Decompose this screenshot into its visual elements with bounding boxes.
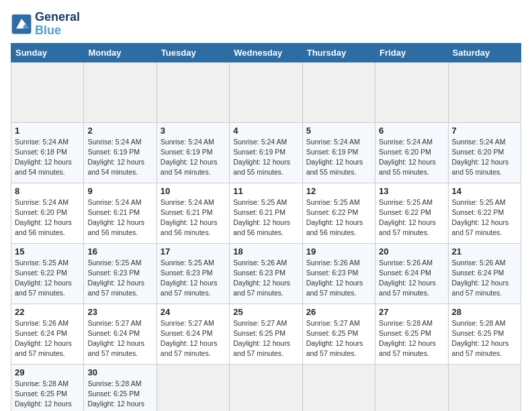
calendar-week-5: 29 Sunrise: 5:28 AM Sunset: 6:25 PM Dayl… <box>11 364 521 411</box>
calendar-cell: 30 Sunrise: 5:28 AM Sunset: 6:25 PM Dayl… <box>84 364 157 411</box>
sunset-label: Sunset: 6:25 PM <box>306 329 359 337</box>
day-info: Sunrise: 5:24 AM Sunset: 6:19 PM Dayligh… <box>306 137 371 178</box>
sunrise-label: Sunrise: 5:24 AM <box>87 198 141 206</box>
calendar-cell: 18 Sunrise: 5:26 AM Sunset: 6:23 PM Dayl… <box>230 243 302 304</box>
sunset-label: Sunset: 6:23 PM <box>87 269 140 277</box>
sunset-label: Sunset: 6:25 PM <box>233 329 285 337</box>
day-number: 8 <box>15 186 80 196</box>
day-number: 20 <box>379 246 444 257</box>
day-info: Sunrise: 5:25 AM Sunset: 6:23 PM Dayligh… <box>87 258 152 299</box>
calendar-cell: 29 Sunrise: 5:28 AM Sunset: 6:25 PM Dayl… <box>11 364 84 411</box>
day-number: 4 <box>233 126 298 136</box>
day-info: Sunrise: 5:25 AM Sunset: 6:22 PM Dayligh… <box>452 197 517 238</box>
day-number: 3 <box>161 126 226 136</box>
sunset-label: Sunset: 6:22 PM <box>15 269 67 277</box>
sunset-label: Sunset: 6:25 PM <box>15 390 67 398</box>
day-info: Sunrise: 5:26 AM Sunset: 6:23 PM Dayligh… <box>233 258 298 299</box>
sunset-label: Sunset: 6:24 PM <box>161 329 213 337</box>
daylight-label: Daylight: 12 hours and 55 minutes. <box>306 158 363 176</box>
sunset-label: Sunset: 6:21 PM <box>161 208 213 216</box>
calendar-cell: 22 Sunrise: 5:26 AM Sunset: 6:24 PM Dayl… <box>11 304 84 364</box>
day-number: 30 <box>87 367 152 377</box>
calendar-cell: 5 Sunrise: 5:24 AM Sunset: 6:19 PM Dayli… <box>302 122 375 183</box>
calendar-cell: 27 Sunrise: 5:28 AM Sunset: 6:25 PM Dayl… <box>375 304 448 364</box>
weekday-header-saturday: Saturday <box>448 43 521 62</box>
sunset-label: Sunset: 6:22 PM <box>306 208 359 216</box>
calendar-cell <box>302 62 375 122</box>
page-header: General Blue <box>11 11 521 38</box>
day-info: Sunrise: 5:24 AM Sunset: 6:19 PM Dayligh… <box>87 137 152 178</box>
sunset-label: Sunset: 6:25 PM <box>452 329 504 337</box>
weekday-header-wednesday: Wednesday <box>230 43 302 62</box>
day-info: Sunrise: 5:25 AM Sunset: 6:22 PM Dayligh… <box>379 197 444 238</box>
daylight-label: Daylight: 12 hours and 57 minutes. <box>161 339 218 357</box>
calendar-week-0 <box>11 62 521 122</box>
calendar-cell: 10 Sunrise: 5:24 AM Sunset: 6:21 PM Dayl… <box>157 183 229 243</box>
day-number: 9 <box>87 186 152 196</box>
daylight-label: Daylight: 12 hours and 56 minutes. <box>161 218 218 236</box>
calendar-cell: 25 Sunrise: 5:27 AM Sunset: 6:25 PM Dayl… <box>230 304 302 364</box>
day-info: Sunrise: 5:28 AM Sunset: 6:25 PM Dayligh… <box>87 379 152 411</box>
day-number: 19 <box>306 246 371 257</box>
day-info: Sunrise: 5:25 AM Sunset: 6:22 PM Dayligh… <box>15 258 80 299</box>
weekday-header-friday: Friday <box>375 43 448 62</box>
calendar-cell: 1 Sunrise: 5:24 AM Sunset: 6:18 PM Dayli… <box>11 122 84 183</box>
sunrise-label: Sunrise: 5:24 AM <box>233 138 287 146</box>
daylight-label: Daylight: 12 hours and 56 minutes. <box>306 218 363 236</box>
sunset-label: Sunset: 6:19 PM <box>161 148 213 156</box>
daylight-label: Daylight: 12 hours and 57 minutes. <box>87 339 144 357</box>
calendar-cell <box>230 364 302 411</box>
weekday-header-monday: Monday <box>84 43 157 62</box>
day-info: Sunrise: 5:24 AM Sunset: 6:18 PM Dayligh… <box>15 137 80 178</box>
sunrise-label: Sunrise: 5:25 AM <box>15 259 69 267</box>
sunset-label: Sunset: 6:19 PM <box>87 148 140 156</box>
sunrise-label: Sunrise: 5:28 AM <box>15 379 69 387</box>
calendar-cell: 13 Sunrise: 5:25 AM Sunset: 6:22 PM Dayl… <box>375 183 448 243</box>
sunrise-label: Sunrise: 5:27 AM <box>87 319 141 327</box>
sunrise-label: Sunrise: 5:24 AM <box>161 138 214 146</box>
calendar-cell <box>375 62 448 122</box>
sunset-label: Sunset: 6:18 PM <box>15 148 67 156</box>
day-info: Sunrise: 5:24 AM Sunset: 6:19 PM Dayligh… <box>233 137 298 178</box>
sunset-label: Sunset: 6:23 PM <box>233 269 285 277</box>
calendar-cell: 23 Sunrise: 5:27 AM Sunset: 6:24 PM Dayl… <box>84 304 157 364</box>
sunset-label: Sunset: 6:22 PM <box>379 208 431 216</box>
day-info: Sunrise: 5:28 AM Sunset: 6:25 PM Dayligh… <box>15 379 80 411</box>
daylight-label: Daylight: 12 hours and 54 minutes. <box>15 158 72 176</box>
calendar-cell: 9 Sunrise: 5:24 AM Sunset: 6:21 PM Dayli… <box>84 183 157 243</box>
daylight-label: Daylight: 12 hours and 55 minutes. <box>233 158 290 176</box>
calendar-week-3: 15 Sunrise: 5:25 AM Sunset: 6:22 PM Dayl… <box>11 243 521 304</box>
calendar-cell: 7 Sunrise: 5:24 AM Sunset: 6:20 PM Dayli… <box>448 122 521 183</box>
sunrise-label: Sunrise: 5:24 AM <box>161 198 214 206</box>
sunset-label: Sunset: 6:20 PM <box>15 208 67 216</box>
sunrise-label: Sunrise: 5:24 AM <box>87 138 141 146</box>
sunset-label: Sunset: 6:24 PM <box>87 329 140 337</box>
day-info: Sunrise: 5:24 AM Sunset: 6:20 PM Dayligh… <box>15 197 80 238</box>
calendar-cell <box>375 364 448 411</box>
daylight-label: Daylight: 12 hours and 57 minutes. <box>452 339 509 357</box>
daylight-label: Daylight: 12 hours and 57 minutes. <box>379 218 436 236</box>
calendar-cell <box>302 364 375 411</box>
sunrise-label: Sunrise: 5:25 AM <box>161 259 214 267</box>
daylight-label: Daylight: 12 hours and 57 minutes. <box>161 279 218 297</box>
calendar-cell <box>11 62 84 122</box>
sunset-label: Sunset: 6:19 PM <box>306 148 359 156</box>
day-info: Sunrise: 5:24 AM Sunset: 6:20 PM Dayligh… <box>379 137 444 178</box>
sunset-label: Sunset: 6:23 PM <box>306 269 359 277</box>
sunrise-label: Sunrise: 5:25 AM <box>379 198 433 206</box>
day-number: 13 <box>379 186 444 196</box>
calendar-cell: 26 Sunrise: 5:27 AM Sunset: 6:25 PM Dayl… <box>302 304 375 364</box>
sunrise-label: Sunrise: 5:25 AM <box>306 198 360 206</box>
day-number: 12 <box>306 186 371 196</box>
calendar-cell: 2 Sunrise: 5:24 AM Sunset: 6:19 PM Dayli… <box>84 122 157 183</box>
daylight-label: Daylight: 12 hours and 57 minutes. <box>87 279 144 297</box>
calendar-cell: 8 Sunrise: 5:24 AM Sunset: 6:20 PM Dayli… <box>11 183 84 243</box>
day-number: 24 <box>161 307 226 317</box>
daylight-label: Daylight: 12 hours and 57 minutes. <box>306 339 363 357</box>
day-info: Sunrise: 5:28 AM Sunset: 6:25 PM Dayligh… <box>452 318 517 359</box>
daylight-label: Daylight: 12 hours and 57 minutes. <box>306 279 363 297</box>
calendar-cell <box>157 62 229 122</box>
day-number: 29 <box>15 367 80 377</box>
daylight-label: Daylight: 12 hours and 55 minutes. <box>452 158 509 176</box>
calendar-cell <box>157 364 229 411</box>
